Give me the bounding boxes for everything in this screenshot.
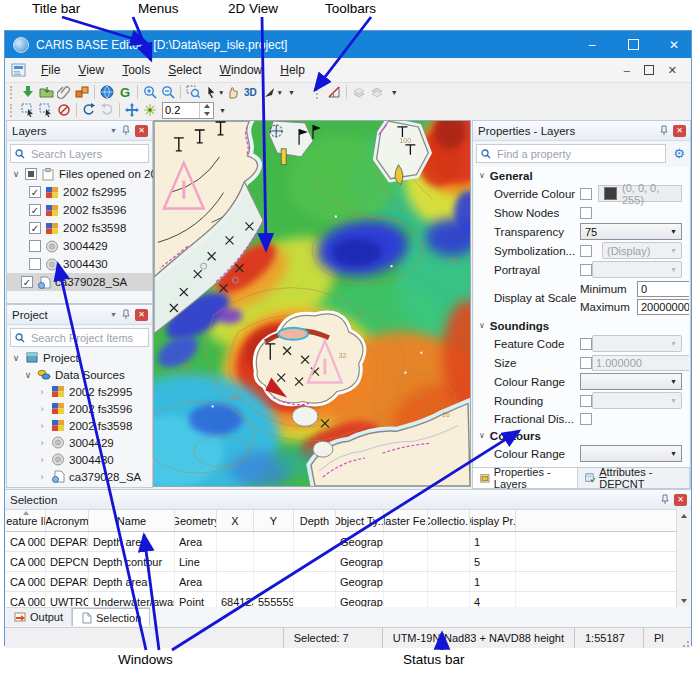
rotate-selection-icon[interactable] (80, 102, 98, 118)
project-panel-header[interactable]: Project ▼ ✕ (7, 305, 152, 325)
column-header-geometry[interactable]: Geometry (175, 510, 217, 531)
toolbar-overflow-icon[interactable]: ▼ (288, 89, 295, 96)
cell[interactable]: Line (175, 552, 217, 571)
resize-grip-icon[interactable] (680, 638, 690, 648)
pin-icon[interactable] (121, 125, 131, 136)
maximize-button[interactable] (616, 31, 650, 58)
cell[interactable] (428, 592, 470, 607)
cell[interactable]: Area (175, 572, 217, 591)
pin-icon[interactable] (660, 494, 670, 505)
pin-icon[interactable] (121, 309, 131, 320)
maximum-scale-input[interactable] (637, 299, 689, 315)
close-panel-icon[interactable]: ✕ (135, 309, 148, 321)
column-header-name[interactable]: Name (89, 510, 175, 531)
minimum-scale-input[interactable] (637, 281, 689, 297)
project-item-row[interactable]: › 3004430 (7, 451, 152, 468)
cell[interactable]: Geographic (336, 532, 384, 551)
cell[interactable] (428, 572, 470, 591)
close-panel-icon[interactable]: ✕ (135, 125, 148, 137)
toolbar-grip[interactable] (10, 86, 15, 99)
column-header-acronym[interactable]: Acronym (46, 510, 89, 531)
panel-menu-icon[interactable]: ▼ (110, 127, 117, 134)
snap-radius-icon[interactable] (141, 102, 159, 118)
layer-row-selected[interactable]: ✓ ca379028_SA (7, 273, 152, 291)
zoom-in-icon[interactable] (141, 84, 159, 100)
select-by-lasso-icon[interactable] (37, 102, 55, 118)
rounding-checkbox[interactable] (580, 395, 592, 407)
map-2d-view[interactable]: 100 90 54 32 28 26 150 160 (153, 120, 471, 487)
cell[interactable] (384, 552, 428, 571)
cell[interactable] (294, 552, 336, 571)
scroll-up-icon[interactable] (677, 509, 690, 522)
cell[interactable]: Depth area (89, 532, 175, 551)
angle-measure-icon[interactable] (325, 84, 343, 100)
status-scale[interactable]: 1:55187 (574, 628, 643, 648)
cell[interactable]: Area (175, 532, 217, 551)
expander-collapsed-icon[interactable]: › (37, 438, 47, 448)
cell[interactable]: CA 00018... (6, 592, 46, 607)
raise-layer-icon-disabled[interactable] (350, 84, 368, 100)
cell[interactable]: Geographic (336, 592, 384, 607)
view-3d-icon[interactable]: 3D (242, 84, 260, 100)
section-contours[interactable]: ∨Contours (474, 427, 689, 444)
cell[interactable]: Geographic (336, 572, 384, 591)
soundings-colour-range-combo[interactable]: ▼ (580, 373, 682, 390)
cell[interactable]: UWTROC (46, 592, 89, 607)
cell[interactable] (384, 572, 428, 591)
layers-search[interactable] (10, 144, 149, 163)
cell[interactable]: 1 (470, 532, 516, 551)
toolbar-overflow-icon[interactable]: ▼ (391, 89, 398, 96)
transparency-combo[interactable]: 75▼ (580, 223, 682, 240)
close-panel-icon[interactable]: ✕ (674, 494, 687, 506)
table-row[interactable]: CA 00018...DEPCNTDepth contourLineGeogra… (6, 552, 677, 572)
menu-window[interactable]: Window (211, 60, 272, 80)
project-root-row[interactable]: ∨ Project (7, 349, 152, 366)
project-search[interactable] (10, 328, 149, 347)
expander-icon[interactable]: ∨ (11, 169, 21, 179)
cell[interactable] (428, 552, 470, 571)
cell[interactable] (384, 592, 428, 607)
layer-cubes-icon[interactable] (73, 84, 91, 100)
column-header-y[interactable]: Y (254, 510, 294, 531)
bathymetry-map[interactable]: 100 90 54 32 28 26 150 160 (154, 121, 470, 486)
cell[interactable] (294, 532, 336, 551)
panel-menu-icon[interactable]: ▼ (110, 311, 117, 318)
tab-selection[interactable]: Selection (72, 608, 150, 626)
status-view-mode[interactable]: Pl (643, 628, 680, 648)
size-input-disabled[interactable] (592, 355, 689, 371)
clear-selection-icon[interactable] (55, 102, 73, 118)
cell[interactable]: 684123.22 (217, 592, 254, 607)
fractional-checkbox[interactable] (580, 413, 592, 425)
menu-view[interactable]: View (69, 60, 113, 80)
column-header-x[interactable]: X (217, 510, 254, 531)
checkbox-checked[interactable]: ✓ (29, 204, 41, 216)
cell[interactable]: 1 (470, 572, 516, 591)
data-sources-row[interactable]: ∨ Data Sources (7, 366, 152, 383)
cell[interactable]: 4 (470, 592, 516, 607)
refresh-globe-icon[interactable]: G (116, 84, 134, 100)
portrayal-combo-disabled[interactable]: ▼ (592, 261, 682, 278)
cell[interactable] (294, 572, 336, 591)
layer-row[interactable]: 3004430 (7, 255, 152, 273)
lower-layer-icon-disabled[interactable] (368, 84, 386, 100)
zoom-window-icon[interactable] (184, 84, 202, 100)
menu-file[interactable]: File (32, 60, 69, 80)
project-item-row[interactable]: › 2002 fs3596 (7, 400, 152, 417)
toolbar-overflow-icon[interactable]: ▼ (219, 107, 226, 114)
cell[interactable]: CA 00018... (6, 552, 46, 571)
project-item-row[interactable]: › 2002 fs3598 (7, 417, 152, 434)
mdi-restore-button[interactable] (644, 65, 654, 75)
mdi-minimize-button[interactable]: – (624, 64, 630, 76)
minimize-button[interactable]: – (575, 31, 609, 58)
cell[interactable]: Geographic (336, 552, 384, 571)
cell[interactable] (428, 532, 470, 551)
project-item-row[interactable]: › 3004429 (7, 434, 152, 451)
checkbox-checked[interactable]: ✓ (21, 276, 33, 288)
layers-search-input[interactable] (29, 147, 144, 161)
checkbox-checked[interactable]: ✓ (29, 186, 41, 198)
table-row[interactable]: CA 00018...DEPAREDepth areaAreaGeographi… (6, 572, 677, 592)
checkbox-checked[interactable]: ✓ (29, 222, 41, 234)
expander-collapsed-icon[interactable]: › (37, 404, 47, 414)
cell[interactable]: DEPARE (46, 572, 89, 591)
column-header-object-type[interactable]: Object Ty... (336, 510, 384, 531)
